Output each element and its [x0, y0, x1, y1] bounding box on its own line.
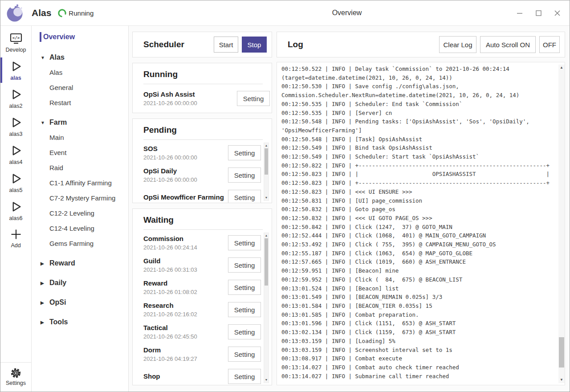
nav-group-label: Reward [49, 259, 75, 267]
sidebar-item-alas2[interactable]: alas2 [0, 85, 31, 112]
nav-item-alas[interactable]: Alas [32, 69, 128, 77]
setting-button[interactable]: Setting [228, 280, 261, 295]
scroll-down-icon[interactable]: ▼ [560, 377, 563, 383]
app-window: Alas Running Overview </>Developal [0, 0, 570, 392]
task-name: Research [143, 302, 224, 310]
log-text: 00:12:50.522 | INFO | Delay task `Commis… [281, 65, 558, 383]
task-next-run-time: 2021-10-26 00:31:03 [143, 266, 224, 273]
log-line: 00:12:50.549 | INFO | Scheduler: Start t… [281, 152, 558, 161]
sidebar-item-develop[interactable]: </>Develop [0, 29, 31, 56]
scrollbar-thumb[interactable] [265, 238, 268, 286]
setting-button[interactable]: Setting [228, 167, 261, 183]
auto-scroll-on-button[interactable]: Auto Scroll ON [480, 36, 536, 53]
setting-button[interactable]: Setting [228, 347, 261, 362]
scrollbar-thumb[interactable] [559, 337, 564, 368]
scroll-down-icon[interactable]: ▼ [265, 377, 268, 383]
stop-button[interactable]: Stop [242, 37, 267, 53]
log-line: 00:12:50.535 | INFO | Scheduler: End tas… [281, 100, 558, 109]
sidebar-item-alas[interactable]: alas [0, 57, 31, 84]
nav-group-reward[interactable]: ▶Reward [32, 259, 128, 267]
close-icon[interactable] [554, 9, 561, 16]
maximize-icon[interactable] [535, 9, 542, 16]
nav-item-raid[interactable]: Raid [32, 164, 128, 172]
scrollbar-thumb[interactable] [265, 148, 268, 175]
play-icon [9, 200, 23, 213]
log-line: 00:13:14.027 | INFO | Combat auto check … [281, 363, 558, 372]
pending-title: Pending [143, 125, 263, 140]
log-line: 00:12:50.842 | INFO | Click (1247, 37) @… [281, 223, 558, 232]
scroll-up-icon[interactable]: ▲ [560, 65, 563, 71]
pending-scrollbar[interactable]: ▲ ▼ [264, 143, 269, 201]
task-next-run-time: 2021-10-26 00:00:00 [143, 176, 224, 183]
nav-group-daily[interactable]: ▶Daily [32, 279, 128, 287]
nav-item-gems-farming[interactable]: Gems Farming [32, 240, 128, 248]
setting-button[interactable]: Setting [228, 190, 261, 203]
sidebar-item-alas5[interactable]: alas5 [0, 169, 31, 196]
window-controls [516, 9, 563, 16]
start-button[interactable]: Start [214, 37, 238, 53]
task-row: SOS2021-10-26 00:00:00Setting [143, 142, 261, 164]
task-row: OpSi Daily2021-10-26 00:00:00Setting [143, 164, 261, 186]
sidebar-item-settings[interactable]: Settings [0, 362, 31, 392]
log-line: 00:12:50.535 | INFO | [Server] cn [281, 109, 558, 118]
nav-item-c12-2-leveling[interactable]: C12-2 Leveling [32, 209, 128, 217]
nav-item-general[interactable]: General [32, 84, 128, 92]
setting-button[interactable]: Setting [228, 369, 261, 384]
nav-group-opsi[interactable]: ▶OpSi [32, 298, 128, 306]
settings-label: Settings [6, 380, 26, 386]
auto-scroll-off-button[interactable]: OFF [539, 36, 560, 53]
sidebar-item-add[interactable]: Add [0, 225, 31, 251]
clear-log-button[interactable]: Clear Log [439, 36, 476, 53]
task-name: OpSi Ash Assist [143, 90, 233, 98]
nav-item-c7-2-mystery-farming[interactable]: C7-2 Mystery Farming [32, 194, 128, 202]
task-name: Dorm [143, 346, 224, 354]
task-next-run-time: 2021-10-26 02:16:02 [143, 311, 224, 318]
log-line: 00:12:50.548 | INFO | Pending tasks: ['O… [281, 117, 558, 126]
nav-group-label: Tools [49, 318, 68, 326]
nav-item-c12-4-leveling[interactable]: C12-4 Leveling [32, 225, 128, 233]
nav-item-restart[interactable]: Restart [32, 99, 128, 107]
setting-button[interactable]: Setting [237, 91, 270, 106]
sidebar-item-alas4[interactable]: alas4 [0, 141, 31, 168]
task-info: Shop [143, 372, 228, 380]
log-line: 00:13:01.549 | INFO | [BEACON_REMAIN 0.0… [281, 293, 558, 302]
log-line: 00:12:50.832 | INFO | <<< UI GOTO PAGE_O… [281, 214, 558, 223]
nav-group-farm[interactable]: ▼Farm [32, 118, 128, 127]
task-row: Research2021-10-26 02:16:02Setting [143, 298, 261, 321]
setting-button[interactable]: Setting [228, 235, 261, 250]
log-line: 00:12:50.823 | INFO | <<< UI ENSURE >>> [281, 188, 558, 196]
setting-button[interactable]: Setting [228, 257, 261, 273]
log-line: 00:13:01.596 | INFO | Click (1151, 653) … [281, 319, 558, 328]
nav-item-event[interactable]: Event [32, 149, 128, 157]
nav-group-tools[interactable]: ▶Tools [32, 318, 128, 326]
alas-logo-icon [5, 3, 25, 23]
sidebar-item-label: Develop [6, 47, 26, 53]
nav-item-c1-1-affinity-farming[interactable]: C1-1 Affinity Farming [32, 179, 128, 187]
setting-button[interactable]: Setting [228, 145, 261, 160]
waiting-title: Waiting [143, 215, 263, 230]
task-info: SOS2021-10-26 00:00:00 [143, 145, 228, 161]
nav-group-label: Farm [49, 118, 67, 127]
setting-button[interactable]: Setting [228, 324, 261, 339]
minimize-icon[interactable] [516, 9, 523, 16]
sidebar-item-alas3[interactable]: alas3 [0, 113, 31, 140]
log-line: 00:12:53.492 | INFO | Click ( 755, 395) … [281, 240, 558, 249]
task-next-run-time: 2021-10-26 04:19:27 [143, 355, 224, 362]
nav-item-overview[interactable]: Overview [32, 32, 128, 42]
nav-item-main[interactable]: Main [32, 134, 128, 142]
waiting-scrollbar[interactable]: ▲ ▼ [264, 233, 269, 383]
scroll-up-icon[interactable]: ▲ [265, 143, 268, 148]
log-line: 00:13:01.524 | INFO | [Beacon] list [281, 284, 558, 293]
play-icon [9, 60, 23, 73]
log-column: Log Clear Log Auto Scroll ON OFF 00:12:5… [277, 32, 565, 385]
log-scrollbar[interactable]: ▲ ▼ [558, 65, 565, 383]
scroll-up-icon[interactable]: ▲ [265, 233, 268, 238]
setting-button[interactable]: Setting [228, 302, 261, 317]
scroll-down-icon[interactable]: ▼ [265, 195, 268, 200]
nav-group-alas[interactable]: ▼Alas [32, 53, 128, 61]
chevron-right-icon: ▶ [41, 320, 45, 325]
running-panel: Running OpSi Ash Assist2021-10-26 00:00:… [132, 63, 272, 113]
log-line: 00:12:50.522 | INFO | Delay task `Commis… [281, 65, 558, 74]
sidebar-item-alas6[interactable]: alas6 [0, 197, 31, 224]
task-name: Reward [143, 279, 224, 287]
